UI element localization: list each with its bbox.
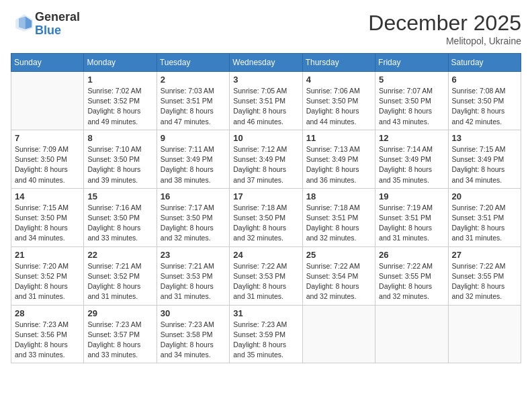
day-info: Sunrise: 7:21 AMSunset: 3:52 PMDaylight:…	[87, 261, 152, 302]
calendar-day-cell: 30Sunrise: 7:23 AMSunset: 3:58 PMDayligh…	[157, 305, 229, 363]
day-info: Sunrise: 7:11 AMSunset: 3:49 PMDaylight:…	[161, 144, 226, 185]
day-number: 1	[87, 75, 152, 85]
day-info: Sunrise: 7:18 AMSunset: 3:51 PMDaylight:…	[306, 203, 371, 244]
day-info: Sunrise: 7:20 AMSunset: 3:51 PMDaylight:…	[452, 203, 517, 244]
day-info: Sunrise: 7:13 AMSunset: 3:49 PMDaylight:…	[306, 144, 371, 185]
weekday-header: Friday	[375, 54, 448, 72]
day-info: Sunrise: 7:05 AMSunset: 3:51 PMDaylight:…	[233, 86, 298, 127]
calendar-day-cell: 29Sunrise: 7:23 AMSunset: 3:57 PMDayligh…	[84, 305, 157, 363]
calendar-week-row: 21Sunrise: 7:20 AMSunset: 3:52 PMDayligh…	[11, 246, 521, 305]
day-number: 2	[161, 75, 226, 85]
day-number: 31	[233, 308, 298, 318]
calendar-day-cell: 9Sunrise: 7:11 AMSunset: 3:49 PMDaylight…	[157, 130, 229, 188]
day-info: Sunrise: 7:16 AMSunset: 3:50 PMDaylight:…	[87, 203, 152, 244]
calendar-table: SundayMondayTuesdayWednesdayThursdayFrid…	[11, 53, 521, 363]
calendar-day-cell: 17Sunrise: 7:18 AMSunset: 3:50 PMDayligh…	[230, 188, 302, 246]
day-info: Sunrise: 7:23 AMSunset: 3:58 PMDaylight:…	[161, 320, 226, 361]
calendar-day-cell: 19Sunrise: 7:19 AMSunset: 3:51 PMDayligh…	[375, 188, 448, 246]
calendar-header: SundayMondayTuesdayWednesdayThursdayFrid…	[11, 54, 521, 72]
weekday-header: Tuesday	[157, 54, 229, 72]
day-number: 23	[161, 250, 226, 260]
day-number: 22	[87, 250, 152, 260]
day-info: Sunrise: 7:10 AMSunset: 3:50 PMDaylight:…	[87, 144, 152, 185]
calendar-day-cell: 1Sunrise: 7:02 AMSunset: 3:52 PMDaylight…	[84, 72, 157, 130]
day-info: Sunrise: 7:14 AMSunset: 3:49 PMDaylight:…	[379, 144, 444, 185]
month-title: December 2025	[368, 11, 521, 36]
day-number: 20	[452, 191, 517, 201]
day-number: 8	[87, 133, 152, 143]
calendar-day-cell: 28Sunrise: 7:23 AMSunset: 3:56 PMDayligh…	[11, 305, 84, 363]
day-number: 9	[161, 133, 226, 143]
calendar-body: 1Sunrise: 7:02 AMSunset: 3:52 PMDaylight…	[11, 72, 521, 363]
day-info: Sunrise: 7:22 AMSunset: 3:55 PMDaylight:…	[379, 261, 444, 302]
weekday-header: Thursday	[302, 54, 375, 72]
day-number: 3	[233, 75, 298, 85]
calendar-day-cell: 27Sunrise: 7:22 AMSunset: 3:55 PMDayligh…	[448, 246, 521, 305]
calendar-day-cell: 2Sunrise: 7:03 AMSunset: 3:51 PMDaylight…	[157, 72, 229, 130]
day-number: 28	[15, 308, 80, 318]
calendar-day-cell: 10Sunrise: 7:12 AMSunset: 3:49 PMDayligh…	[230, 130, 302, 188]
calendar-day-cell	[11, 72, 84, 130]
day-number: 12	[379, 133, 444, 143]
calendar-day-cell	[448, 305, 521, 363]
day-info: Sunrise: 7:08 AMSunset: 3:50 PMDaylight:…	[452, 86, 517, 127]
day-info: Sunrise: 7:23 AMSunset: 3:56 PMDaylight:…	[15, 320, 80, 361]
day-number: 17	[233, 191, 298, 201]
day-info: Sunrise: 7:18 AMSunset: 3:50 PMDaylight:…	[233, 203, 298, 244]
calendar-day-cell: 31Sunrise: 7:23 AMSunset: 3:59 PMDayligh…	[230, 305, 302, 363]
calendar-day-cell: 21Sunrise: 7:20 AMSunset: 3:52 PMDayligh…	[11, 246, 84, 305]
day-info: Sunrise: 7:12 AMSunset: 3:49 PMDaylight:…	[233, 144, 298, 185]
weekday-header: Monday	[84, 54, 157, 72]
day-info: Sunrise: 7:22 AMSunset: 3:53 PMDaylight:…	[233, 261, 298, 302]
day-info: Sunrise: 7:23 AMSunset: 3:59 PMDaylight:…	[233, 320, 298, 361]
weekday-header: Wednesday	[230, 54, 302, 72]
day-info: Sunrise: 7:17 AMSunset: 3:50 PMDaylight:…	[161, 203, 226, 244]
day-info: Sunrise: 7:15 AMSunset: 3:50 PMDaylight:…	[15, 203, 80, 244]
weekday-header: Sunday	[11, 54, 84, 72]
svg-marker-2	[19, 16, 26, 29]
day-info: Sunrise: 7:15 AMSunset: 3:49 PMDaylight:…	[452, 144, 517, 185]
day-number: 7	[15, 133, 80, 143]
calendar-day-cell: 8Sunrise: 7:10 AMSunset: 3:50 PMDaylight…	[84, 130, 157, 188]
calendar-day-cell: 22Sunrise: 7:21 AMSunset: 3:52 PMDayligh…	[84, 246, 157, 305]
calendar-day-cell: 24Sunrise: 7:22 AMSunset: 3:53 PMDayligh…	[230, 246, 302, 305]
logo-icon	[13, 12, 35, 34]
calendar-day-cell: 26Sunrise: 7:22 AMSunset: 3:55 PMDayligh…	[375, 246, 448, 305]
day-info: Sunrise: 7:23 AMSunset: 3:57 PMDaylight:…	[87, 320, 152, 361]
page-header: General Blue December 2025 Melitopol, Uk…	[11, 11, 521, 46]
calendar-week-row: 1Sunrise: 7:02 AMSunset: 3:52 PMDaylight…	[11, 72, 521, 130]
calendar-day-cell: 5Sunrise: 7:07 AMSunset: 3:50 PMDaylight…	[375, 72, 448, 130]
title-block: December 2025 Melitopol, Ukraine	[368, 11, 521, 46]
day-number: 6	[452, 75, 517, 85]
day-info: Sunrise: 7:03 AMSunset: 3:51 PMDaylight:…	[161, 86, 226, 127]
calendar-day-cell: 7Sunrise: 7:09 AMSunset: 3:50 PMDaylight…	[11, 130, 84, 188]
location-subtitle: Melitopol, Ukraine	[368, 36, 521, 46]
day-number: 24	[233, 250, 298, 260]
day-number: 25	[306, 250, 371, 260]
calendar-week-row: 14Sunrise: 7:15 AMSunset: 3:50 PMDayligh…	[11, 188, 521, 246]
day-number: 4	[306, 75, 371, 85]
calendar-day-cell: 14Sunrise: 7:15 AMSunset: 3:50 PMDayligh…	[11, 188, 84, 246]
day-number: 26	[379, 250, 444, 260]
day-number: 10	[233, 133, 298, 143]
day-number: 30	[161, 308, 226, 318]
calendar-day-cell: 15Sunrise: 7:16 AMSunset: 3:50 PMDayligh…	[84, 188, 157, 246]
day-number: 29	[87, 308, 152, 318]
day-info: Sunrise: 7:06 AMSunset: 3:50 PMDaylight:…	[306, 86, 371, 127]
day-number: 14	[15, 191, 80, 201]
calendar-day-cell: 3Sunrise: 7:05 AMSunset: 3:51 PMDaylight…	[230, 72, 302, 130]
logo-general-text: General	[35, 10, 80, 24]
day-number: 16	[161, 191, 226, 201]
calendar-day-cell	[375, 305, 448, 363]
calendar-day-cell: 13Sunrise: 7:15 AMSunset: 3:49 PMDayligh…	[448, 130, 521, 188]
calendar-day-cell: 18Sunrise: 7:18 AMSunset: 3:51 PMDayligh…	[302, 188, 375, 246]
calendar-day-cell: 11Sunrise: 7:13 AMSunset: 3:49 PMDayligh…	[302, 130, 375, 188]
day-info: Sunrise: 7:19 AMSunset: 3:51 PMDaylight:…	[379, 203, 444, 244]
logo-blue-text: Blue	[35, 24, 61, 37]
day-number: 13	[452, 133, 517, 143]
day-number: 19	[379, 191, 444, 201]
calendar-day-cell: 20Sunrise: 7:20 AMSunset: 3:51 PMDayligh…	[448, 188, 521, 246]
day-info: Sunrise: 7:21 AMSunset: 3:53 PMDaylight:…	[161, 261, 226, 302]
weekday-header: Saturday	[448, 54, 521, 72]
day-number: 27	[452, 250, 517, 260]
